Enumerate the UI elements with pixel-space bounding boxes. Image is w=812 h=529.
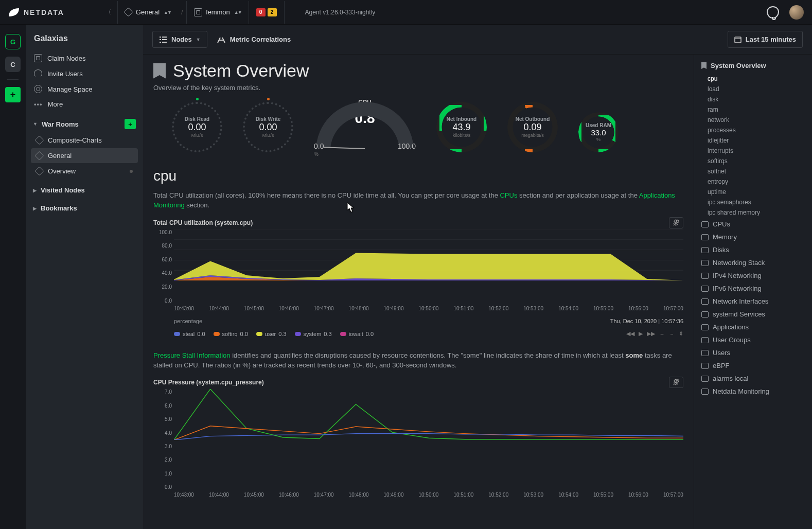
nodes-dropdown[interactable]: Nodes ▼ <box>152 31 207 48</box>
rightnav-group-applications[interactable]: Applications <box>694 321 812 333</box>
rightnav-sub-cpu[interactable]: cpu <box>694 74 812 84</box>
rightnav-sub-softirqs[interactable]: softirqs <box>694 156 812 166</box>
breadcrumb-node[interactable]: lemmon ▲▼ <box>186 1 249 24</box>
rightnav-group-memory[interactable]: Memory <box>694 231 812 243</box>
rightnav-sub-ipc-semaphores[interactable]: ipc semaphores <box>694 197 812 207</box>
sidebar-claim-nodes[interactable]: Claim Nodes <box>29 50 140 66</box>
rightnav-group-networking-stack[interactable]: Networking Stack <box>694 256 812 269</box>
alert-badges[interactable]: 0 2 <box>249 1 284 24</box>
rightnav-group-netdata-monitoring[interactable]: Netdata Monitoring <box>694 385 812 398</box>
rightnav-group-ipv6-networking[interactable]: IPv6 Networking <box>694 282 812 295</box>
room-label: Overview <box>48 167 76 175</box>
war-rooms-head[interactable]: ▼ War Rooms + <box>29 112 140 132</box>
rightnav-group-ipv4-networking[interactable]: IPv4 Networking <box>694 269 812 282</box>
gauge-disk-read[interactable]: Disk Read 0.00 MiB/s <box>169 99 225 155</box>
chart-legend: percentage Thu, Dec 10, 2020 | 10:57:36 <box>153 315 683 330</box>
legend-softirq[interactable]: softirq 0.0 <box>214 331 248 337</box>
chart-resize-icon[interactable]: ⇕ <box>679 330 683 338</box>
right-nav: System Overview cpuloaddiskramnetworkpro… <box>694 55 812 529</box>
sidebar-invite-users[interactable]: Invite Users <box>29 66 140 81</box>
legend-steal[interactable]: steal 0.0 <box>174 331 205 337</box>
avatar[interactable] <box>789 5 804 20</box>
room-general[interactable]: General <box>31 148 138 163</box>
rightnav-sub-entropy[interactable]: entropy <box>694 177 812 187</box>
rightnav-group-cpus[interactable]: CPUs <box>694 218 812 231</box>
rightnav-sub-disk[interactable]: disk <box>694 94 812 104</box>
sidebar-collapse-icon[interactable]: 〈 <box>105 8 111 16</box>
add-space-button[interactable]: + <box>5 87 21 102</box>
gauge-net-in[interactable]: Net Inbound 43.9 kilobits/s <box>433 99 490 155</box>
main: Nodes ▼ Metric Correlations Last 15 minu… <box>143 25 812 529</box>
chart-system-cpu[interactable]: 100.080.060.040.020.00.0 10:43:0010:44:0… <box>153 230 683 315</box>
chart-forward-icon[interactable]: ▶▶ <box>647 330 655 338</box>
link-psi[interactable]: Pressure Stall Information <box>153 351 231 359</box>
rightnav-group-network-interfaces[interactable]: Network Interfaces <box>694 295 812 308</box>
chart-zoomin-icon[interactable]: ＋ <box>659 330 665 338</box>
rightnav-sub-load[interactable]: load <box>694 84 812 94</box>
room-icon <box>123 7 133 16</box>
spaces-rail: G C + <box>0 25 26 529</box>
chevron-right-icon: ▶ <box>33 206 37 211</box>
legend-user[interactable]: user 0.3 <box>256 331 287 337</box>
rightnav-system-overview[interactable]: System Overview <box>694 58 812 74</box>
rightnav-sub-idlejitter[interactable]: idlejitter <box>694 135 812 146</box>
gauge-ram[interactable]: Used RAM 33.0 % <box>575 109 622 155</box>
rightnav-sub-ipc-shared-memory[interactable]: ipc shared memory <box>694 207 812 218</box>
chart-play-icon[interactable]: ▶ <box>639 330 643 338</box>
space-button-g[interactable]: G <box>5 34 21 49</box>
rightnav-group-user-groups[interactable]: User Groups <box>694 333 812 346</box>
netdata-logo[interactable]: NETDATA <box>8 8 105 17</box>
room-overview[interactable]: Overview <box>31 164 138 179</box>
group-icon <box>701 273 709 279</box>
room-icon <box>34 166 44 175</box>
time-picker[interactable]: Last 15 minutes <box>728 31 803 48</box>
bell-icon[interactable] <box>767 6 779 19</box>
metric-correlations-button[interactable]: Metric Correlations <box>217 36 291 44</box>
rightnav-sub-network[interactable]: network <box>694 115 812 125</box>
content: System Overview Overview of the key syst… <box>143 55 694 529</box>
sidebar-manage-space[interactable]: Manage Space <box>29 81 140 97</box>
rightnav-group-systemd-services[interactable]: systemd Services <box>694 308 812 321</box>
chart-rewind-icon[interactable]: ◀◀ <box>626 330 634 338</box>
legend-iowait[interactable]: iowait 0.0 <box>340 331 374 337</box>
chart-settings-button[interactable]: ⛈ <box>669 377 683 388</box>
room-icon <box>34 151 44 160</box>
group-icon <box>701 311 709 318</box>
sidebar-item-label: More <box>48 100 63 108</box>
chart-zoomout-icon[interactable]: － <box>669 330 675 338</box>
group-icon <box>701 350 709 356</box>
bookmarks-head[interactable]: ▶ Bookmarks <box>29 197 140 215</box>
rightnav-title: System Overview <box>711 62 766 69</box>
sidebar-item-label: Manage Space <box>47 85 92 93</box>
rightnav-sub-processes[interactable]: processes <box>694 125 812 135</box>
link-cpus[interactable]: CPUs <box>500 191 517 199</box>
nodes-label: Nodes <box>171 36 192 43</box>
rail-divider <box>7 79 19 80</box>
sidebar-more[interactable]: ••• More <box>29 97 140 112</box>
group-icon <box>701 363 709 369</box>
space-button-c[interactable]: C <box>5 57 21 72</box>
rightnav-sub-ram[interactable]: ram <box>694 104 812 115</box>
bookmark-icon[interactable] <box>153 63 166 79</box>
chart-cpu-pressure[interactable]: 7.06.05.04.03.02.01.00.0 10:43:0010:44:0… <box>153 389 683 501</box>
gauge-net-out[interactable]: Net Outbound 0.09 megabits/s <box>504 99 561 155</box>
rightnav-sub-softnet[interactable]: softnet <box>694 166 812 177</box>
rightnav-group-alarms-local[interactable]: alarms local <box>694 372 812 385</box>
svg-rect-0 <box>735 37 741 43</box>
chart-settings-button[interactable]: ⛈ <box>669 217 683 228</box>
gear-icon <box>34 85 42 93</box>
legend-system[interactable]: system 0.3 <box>295 331 332 337</box>
rightnav-sub-uptime[interactable]: uptime <box>694 187 812 197</box>
room-composite[interactable]: Composite-Charts <box>31 133 138 148</box>
gauge-disk-write[interactable]: Disk Write 0.00 MiB/s <box>240 99 296 155</box>
add-room-button[interactable]: + <box>125 119 136 129</box>
gauge-max: 100.0 <box>398 142 416 150</box>
gauge-cpu[interactable]: CPU 0.8 0.0100.0 % <box>311 99 419 155</box>
rightnav-group-ebpf[interactable]: eBPF <box>694 359 812 372</box>
rightnav-group-disks[interactable]: Disks <box>694 243 812 256</box>
brand-text: NETDATA <box>24 8 64 16</box>
breadcrumb-room[interactable]: General ▲▼ <box>117 1 178 24</box>
rightnav-group-users[interactable]: Users <box>694 346 812 359</box>
visited-nodes-head[interactable]: ▶ Visited Nodes <box>29 179 140 197</box>
rightnav-sub-interrupts[interactable]: interrupts <box>694 146 812 156</box>
